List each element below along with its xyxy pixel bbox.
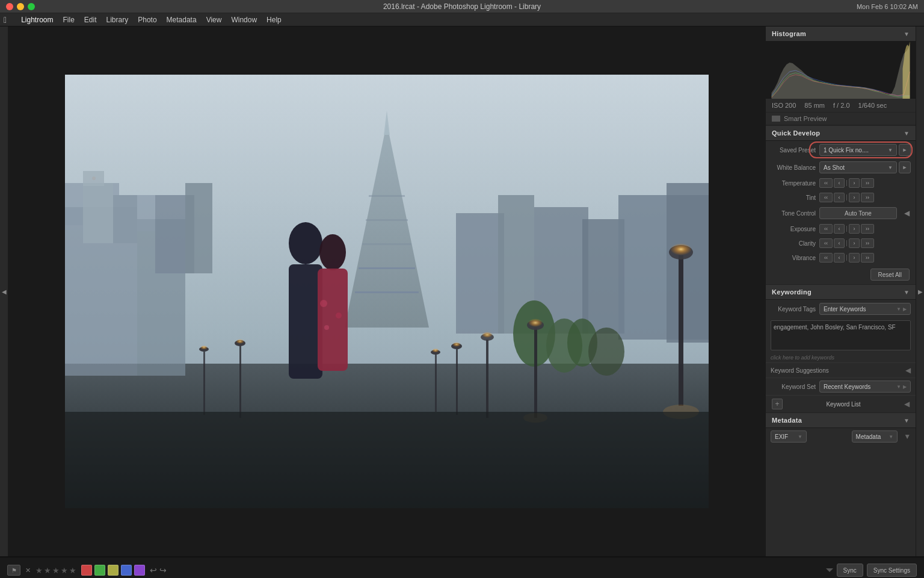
quick-develop-header[interactable]: Quick Develop ▼ — [766, 126, 916, 141]
exposure-increase-btn[interactable]: › — [849, 224, 860, 234]
exposure-decrease-btn[interactable]: ‹ — [834, 224, 845, 234]
svg-point-49 — [432, 349, 439, 353]
menu-file[interactable]: File — [63, 16, 75, 24]
clarity-decrease-btn[interactable]: ‹ — [834, 238, 845, 248]
temp-decrease-btn[interactable]: ‹ — [834, 178, 845, 188]
exif-dropdown[interactable]: EXIF ▼ — [771, 430, 807, 443]
metadata-dropdown[interactable]: Metadata ▼ — [852, 430, 898, 443]
add-keyword-btn[interactable]: + — [772, 399, 783, 409]
tint-decrease-btn[interactable]: ‹ — [834, 193, 845, 202]
vibrance-decrease-btn[interactable]: ‹ — [834, 253, 845, 263]
temp-increase-btn[interactable]: › — [849, 178, 860, 188]
keyword-click-hint[interactable]: click here to add keywords — [766, 353, 916, 362]
rotate-ccw-btn[interactable]: ↩ — [150, 565, 157, 575]
wb-cycle-btn[interactable]: ► — [899, 161, 911, 173]
histogram-header[interactable]: Histogram ▼ — [766, 26, 916, 42]
menu-window[interactable]: Window — [231, 16, 257, 24]
exposure-increase-large-btn[interactable]: ›› — [861, 224, 874, 234]
tint-decrease-large-btn[interactable]: ‹‹ — [819, 193, 833, 202]
left-panel-toggle[interactable]: ◀ — [0, 26, 8, 556]
svg-point-52 — [236, 339, 244, 344]
menu-help[interactable]: Help — [266, 16, 282, 24]
sync-settings-btn[interactable]: Sync Settings — [867, 564, 917, 577]
vibrance-increase-btn[interactable]: › — [849, 253, 860, 263]
temp-increase-large-btn[interactable]: ›› — [861, 178, 874, 188]
right-panel-toggle[interactable]: ▶ — [916, 26, 924, 556]
metadata-collapse-icon[interactable]: ▼ — [904, 432, 911, 441]
keyword-suggestions-row: Keyword Suggestions ◀ — [766, 362, 916, 378]
saved-preset-dropdown[interactable]: 1 Quick Fix no.... ▼ — [819, 144, 897, 156]
tint-increase-large-btn[interactable]: ›› — [861, 193, 874, 202]
svg-point-43 — [482, 332, 493, 338]
menu-view[interactable]: View — [206, 16, 222, 24]
keyword-suggestions-collapse-icon[interactable]: ◀ — [905, 366, 911, 374]
star-1[interactable]: ★ — [35, 566, 43, 575]
purple-label-btn[interactable] — [134, 565, 145, 576]
minimize-button[interactable] — [17, 3, 24, 10]
vibrance-increase-large-btn[interactable]: ›› — [861, 253, 874, 263]
close-button[interactable] — [6, 3, 13, 10]
shutter-info: 1/640 sec — [858, 102, 887, 109]
photo-area: ● — [8, 26, 765, 556]
saved-preset-label: Saved Preset — [771, 147, 816, 154]
temperature-controls: ‹‹ ‹ › ›› — [819, 178, 874, 188]
keyword-list-label: Keyword List — [826, 401, 860, 408]
keywords-text[interactable]: engagement, John Bosley, San Francisco, … — [771, 320, 911, 350]
smart-preview-icon — [772, 116, 780, 122]
histogram-section: Histogram ▼ — [766, 26, 916, 125]
reject-btn[interactable]: ✕ — [25, 567, 31, 574]
clarity-increase-large-btn[interactable]: ›› — [861, 238, 874, 248]
fullscreen-button[interactable] — [28, 3, 35, 10]
main-area: ◀ — [0, 26, 924, 556]
metadata-arrow-icon: ▼ — [889, 434, 893, 440]
tone-control-row: Tone Control Auto Tone ◀ — [766, 205, 916, 222]
rotate-cw-btn[interactable]: ↪ — [159, 565, 167, 575]
keyword-list-collapse-icon[interactable]: ◀ — [904, 400, 910, 408]
app-container: ◀ — [0, 26, 924, 578]
apple-menu[interactable]:  — [4, 15, 7, 25]
reset-all-btn[interactable]: Reset All — [870, 269, 910, 281]
keyword-tags-value: Enter Keywords — [824, 306, 866, 312]
menu-photo[interactable]: Photo — [138, 16, 156, 24]
white-balance-label: White Balance — [771, 164, 816, 171]
focal-info: 85 mm — [804, 102, 825, 109]
sync-btn[interactable]: Sync — [837, 564, 863, 577]
menu-lightroom[interactable]: Lightroom — [21, 16, 53, 24]
keyword-input-arrow2-icon: ▶ — [903, 306, 907, 312]
svg-point-30 — [319, 234, 346, 270]
metadata-header[interactable]: Metadata ▼ — [766, 413, 916, 428]
keyword-tags-input[interactable]: Enter Keywords ▼ ▶ — [819, 303, 911, 315]
tone-reset-icon[interactable]: ◀ — [903, 209, 911, 217]
keyword-set-dropdown[interactable]: Recent Keywords ▼ ▶ — [819, 381, 911, 393]
exposure-decrease-large-btn[interactable]: ‹‹ — [819, 224, 833, 234]
filmstrip-left-controls: ⚑ ✕ ★ ★ ★ ★ ★ ↩ ↪ — [7, 565, 167, 576]
menu-metadata[interactable]: Metadata — [167, 16, 197, 24]
yellow-label-btn[interactable] — [108, 565, 119, 576]
star-2[interactable]: ★ — [44, 566, 51, 575]
blue-label-btn[interactable] — [121, 565, 132, 576]
auto-tone-btn[interactable]: Auto Tone — [819, 207, 897, 219]
svg-point-28 — [289, 222, 322, 264]
tone-control-label: Tone Control — [771, 210, 816, 217]
green-label-btn[interactable] — [94, 565, 105, 576]
vibrance-decrease-large-btn[interactable]: ‹‹ — [819, 253, 833, 263]
menu-edit[interactable]: Edit — [84, 16, 97, 24]
saved-preset-value: 1 Quick Fix no.... — [824, 147, 869, 154]
menu-library[interactable]: Library — [106, 16, 129, 24]
saved-preset-cycle-btn[interactable]: ► — [899, 144, 911, 156]
star-3[interactable]: ★ — [52, 566, 60, 575]
star-4[interactable]: ★ — [61, 566, 68, 575]
clarity-decrease-large-btn[interactable]: ‹‹ — [819, 238, 833, 248]
wb-dropdown-arrow-icon: ▼ — [888, 165, 893, 170]
flag-btn[interactable]: ⚑ — [7, 565, 20, 576]
keywording-header[interactable]: Keywording ▼ — [766, 285, 916, 300]
temp-decrease-large-btn[interactable]: ‹‹ — [819, 178, 833, 188]
filmstrip-expand-icon[interactable] — [826, 568, 833, 572]
star-5[interactable]: ★ — [69, 566, 76, 575]
keyword-suggestions-label: Keyword Suggestions — [771, 367, 829, 374]
white-balance-dropdown[interactable]: As Shot ▼ — [819, 161, 897, 173]
exposure-row: Exposure ‹‹ ‹ › ›› — [766, 222, 916, 236]
clarity-increase-btn[interactable]: › — [849, 238, 860, 248]
red-label-btn[interactable] — [81, 565, 92, 576]
tint-increase-btn[interactable]: › — [849, 193, 860, 202]
